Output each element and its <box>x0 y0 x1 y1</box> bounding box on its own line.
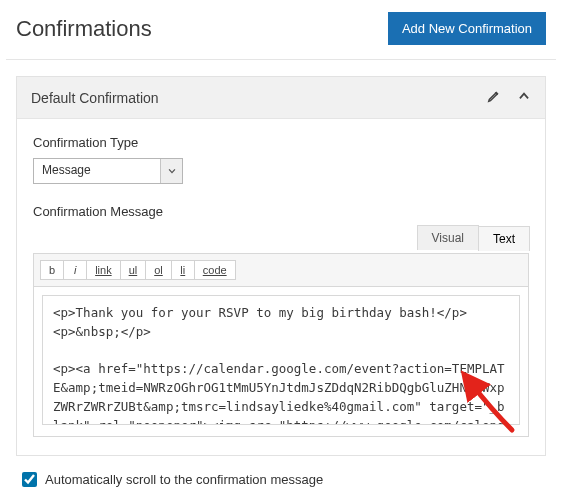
page-title: Confirmations <box>16 16 152 42</box>
ul-button[interactable]: ul <box>120 260 147 280</box>
editor: b i link ul ol li code <box>33 253 529 437</box>
textarea-wrap <box>34 287 528 436</box>
select-value: Message <box>34 159 160 183</box>
tab-text[interactable]: Text <box>478 226 530 251</box>
chevron-down-icon <box>160 159 182 183</box>
bold-button[interactable]: b <box>40 260 64 280</box>
message-textarea[interactable] <box>42 295 520 425</box>
panel-header: Default Confirmation <box>17 77 545 119</box>
page-header: Confirmations Add New Confirmation <box>6 6 556 60</box>
auto-scroll-checkbox[interactable] <box>22 472 37 487</box>
editor-block: Visual Text b i link ul ol li code <box>33 253 529 437</box>
confirmation-panel: Default Confirmation Confirmation Type M… <box>16 76 546 456</box>
add-confirmation-button[interactable]: Add New Confirmation <box>388 12 546 45</box>
type-label: Confirmation Type <box>33 135 529 150</box>
italic-button[interactable]: i <box>63 260 87 280</box>
edit-icon[interactable] <box>487 89 501 106</box>
panel-title: Default Confirmation <box>31 90 159 106</box>
panel-actions <box>487 89 531 106</box>
editor-tabs: Visual Text <box>418 225 530 250</box>
tab-visual[interactable]: Visual <box>417 225 479 250</box>
li-button[interactable]: li <box>171 260 195 280</box>
collapse-icon[interactable] <box>517 89 531 106</box>
code-button[interactable]: code <box>194 260 236 280</box>
link-button[interactable]: link <box>86 260 121 280</box>
auto-scroll-label: Automatically scroll to the confirmation… <box>45 472 323 487</box>
panel-body: Confirmation Type Message Confirmation M… <box>17 119 545 455</box>
ol-button[interactable]: ol <box>145 260 172 280</box>
editor-toolbar: b i link ul ol li code <box>34 254 528 287</box>
confirmation-type-select[interactable]: Message <box>33 158 183 184</box>
auto-scroll-row[interactable]: Automatically scroll to the confirmation… <box>16 470 546 489</box>
message-label: Confirmation Message <box>33 204 529 219</box>
